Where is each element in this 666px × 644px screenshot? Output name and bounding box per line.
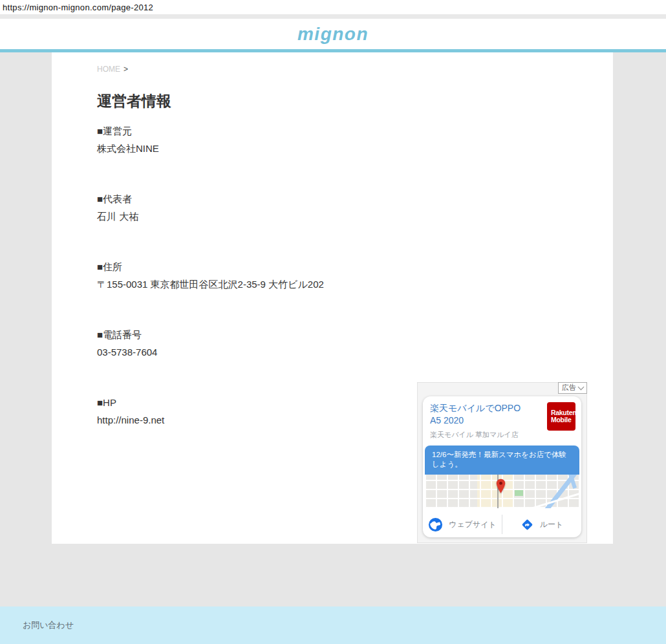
logo-line2: Mobile	[551, 416, 575, 424]
ad-container: 広告 楽天モバイルでOPPO A5 2020 楽天モバイル 草加マルイ店 Rak…	[417, 382, 587, 543]
breadcrumb-home-link[interactable]: HOME	[97, 65, 120, 74]
info-label: ■住所	[97, 258, 613, 275]
ad-badge[interactable]: 広告	[558, 382, 587, 394]
ad-map[interactable]	[425, 475, 579, 508]
breadcrumb-separator: >	[124, 65, 128, 74]
content-column: HOME> 運営者情報 ■運営元 株式会社NINE ■代表者 石川 大祐 ■住所…	[52, 52, 613, 544]
map-park-patch	[515, 490, 523, 496]
info-group-phone: ■電話番号 03-5738-7604	[97, 326, 613, 361]
ad-card[interactable]: 楽天モバイルでOPPO A5 2020 楽天モバイル 草加マルイ店 Rakute…	[423, 396, 581, 537]
info-group-address: ■住所 〒155-0031 東京都世田谷区北沢2-35-9 大竹ビル202	[97, 258, 613, 293]
breadcrumb: HOME>	[97, 65, 613, 74]
ad-badge-label: 広告	[562, 383, 576, 392]
info-value: 03-5738-7604	[97, 343, 613, 361]
page-url: https://mignon-mignon.com/page-2012	[0, 0, 666, 14]
info-label: ■電話番号	[97, 326, 613, 343]
info-label: ■運営元	[97, 122, 613, 140]
info-value: 〒155-0031 東京都世田谷区北沢2-35-9 大竹ビル202	[97, 275, 613, 293]
website-button[interactable]: ウェブサイト	[423, 517, 502, 532]
map-pin-icon	[495, 478, 506, 494]
info-group-operator: ■運営元 株式会社NINE	[97, 122, 613, 157]
info-label: ■代表者	[97, 190, 613, 208]
route-button[interactable]: ルート	[502, 518, 581, 531]
ad-title-link[interactable]: 楽天モバイルでOPPO A5 2020	[430, 402, 531, 427]
site-logo[interactable]: mignon	[297, 24, 369, 45]
page-title: 運営者情報	[97, 91, 613, 111]
info-value: 株式会社NINE	[97, 140, 613, 157]
ad-subtitle: 楽天モバイル 草加マルイ店	[430, 430, 531, 440]
route-button-label: ルート	[540, 519, 564, 530]
info-value: 石川 大祐	[97, 208, 613, 225]
info-group-representative: ■代表者 石川 大祐	[97, 190, 613, 225]
main-area: HOME> 運営者情報 ■運営元 株式会社NINE ■代表者 石川 大祐 ■住所…	[0, 52, 666, 606]
website-button-label: ウェブサイト	[449, 519, 497, 530]
ad-banner-text: 12/6〜新発売！最新スマホをお店で体験しよう。	[425, 445, 579, 475]
directions-icon	[521, 518, 534, 531]
contact-link[interactable]: お問い合わせ	[23, 619, 74, 631]
globe-icon	[428, 517, 443, 532]
page-footer: お問い合わせ	[0, 606, 666, 644]
top-divider-strip	[0, 14, 666, 19]
chevron-down-icon	[578, 383, 585, 390]
site-header: mignon	[0, 19, 666, 49]
rakuten-mobile-logo: Rakuten Mobile	[547, 402, 575, 431]
